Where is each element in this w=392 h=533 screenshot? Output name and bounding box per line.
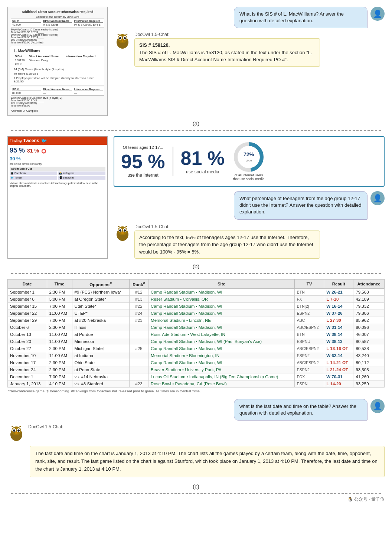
table-cell: L 14-20: [324, 380, 353, 387]
table-cell: 2:30 PM: [47, 366, 72, 373]
table-cell: L 14-21 OT: [324, 359, 353, 366]
col-rank: Rank#: [129, 279, 148, 289]
doc-subtitle: Complete and Return by June 23rd: [11, 15, 104, 19]
label-b: (b): [0, 261, 392, 273]
table-cell: October 13: [8, 331, 47, 338]
bot-bubble-a: SIS # 158120. The SIS # of L. MacWilliam…: [134, 38, 320, 67]
bot-response-b: DocOwl 1.5-Chat: According to the text, …: [114, 224, 385, 259]
circle-desc: of all Internet users that use social me…: [232, 173, 265, 181]
pct-label-2: use social media: [181, 169, 225, 174]
po-label: PO #: [14, 62, 65, 66]
table-cell: [129, 352, 148, 359]
table-row: November 1011:00 AMat IndianaMemorial St…: [8, 352, 385, 359]
circle-chart: 72% circle: [234, 142, 264, 172]
table-cell: 79,568: [353, 288, 385, 295]
table-cell: 7:00 PM: [47, 373, 72, 380]
table-cell: ESPN2: [294, 352, 324, 359]
user-bubble-b: What percentage of teenagers from the ag…: [234, 191, 368, 220]
tweens-sidebar: Social Media Use: [10, 167, 105, 171]
table-cell: ESPN: [294, 380, 324, 387]
table-row: September 157:00 PMUtah State*#22Camp Ra…: [8, 303, 385, 310]
chat-area-a: What is the SIS # of L. MacWilliams? Ans…: [114, 7, 385, 116]
table-cell: ESPN2: [294, 366, 324, 373]
table-cell: November 24: [8, 366, 47, 373]
sis-label: SIS #: [15, 55, 22, 58]
table-row: October 272:30 PMMichigan State†#25Camp …: [8, 345, 385, 352]
document-image-a: Additional Direct Account Information Re…: [7, 7, 108, 116]
table-cell: Camp Randall Stadium • Madison, WI (Paul…: [148, 338, 295, 345]
table-cell: FOX: [294, 373, 324, 380]
svg-point-15: [119, 229, 121, 232]
col-opponent: Opponent#: [72, 279, 129, 289]
table-cell: 41,260: [353, 373, 385, 380]
doc-row-1: SIS # 40,000 Direct Account Name A & S C…: [11, 19, 104, 27]
table-cell: September 29: [8, 317, 47, 324]
svg-point-22: [13, 429, 15, 432]
table-cell: 11:00 AM: [47, 338, 72, 345]
table-cell: Camp Randall Stadium • Madison, WI: [148, 303, 295, 310]
table-cell: 79,806: [353, 310, 385, 317]
table-cell: L 7-10: [324, 295, 353, 303]
table-cell: 93,505: [353, 366, 385, 373]
svg-point-23: [17, 429, 20, 432]
doc-details-2: SIS #88,000 Direct Account Name— Informa…: [11, 87, 104, 107]
tweens-header: Finding Tweens 🐦: [8, 137, 107, 145]
table-cell: Camp Randall Stadium • Madison, WI: [148, 310, 295, 317]
user-bubble-a: What is the SIS # of L. MacWilliams? Ans…: [234, 7, 368, 28]
doc-macwilliams-box: L. MacWilliams SIS # Direct Account Name…: [11, 47, 104, 85]
table-cell: vs. #8 Stanford: [72, 380, 129, 387]
table-cell: October 6: [8, 324, 47, 331]
doc-line2: To arrive 8/18/95 $: [14, 72, 101, 75]
col-tv: TV: [294, 279, 324, 289]
table-cell: 85,962: [353, 317, 385, 324]
table-cell: [129, 373, 148, 380]
table-cell: at #20 Nebraska: [72, 317, 129, 324]
table-cell: 46,007: [353, 331, 385, 338]
tweens-items: 📱 Facebook 📸 Instagram 🐦 Twitter 📲 Snapc…: [10, 171, 105, 180]
table-cell: 93,259: [353, 380, 385, 387]
table-cell: December 1: [8, 373, 47, 380]
table-cell: Camp Randall Stadium • Madison, WI: [148, 345, 295, 352]
table-cell: 11:00 AM: [47, 331, 72, 338]
user-message-c: what is the last date and time on the ta…: [7, 399, 385, 421]
table-cell: Ohio State: [72, 359, 129, 366]
user-avatar-b: 👤: [370, 191, 385, 205]
table-cell: W 16-14: [324, 303, 353, 310]
table-cell: #22: [129, 303, 148, 310]
tweens-stat-small: ⭕: [41, 149, 46, 154]
user-bubble-c: what is the last date and time on the ta…: [234, 399, 368, 421]
svg-text:circle: circle: [246, 159, 252, 162]
table-cell: September 8: [8, 295, 47, 303]
label-c: (c): [0, 481, 392, 493]
table-cell: 80,096: [353, 324, 385, 331]
table-cell: 2:30 PM: [47, 345, 72, 352]
svg-point-16: [124, 229, 126, 232]
doc-details-1: 30 (6M) Cases (10 Cases each (4 styles) …: [11, 28, 104, 44]
table-row: September 12:30 PM#9 (FCS) Northern Iowa…: [8, 288, 385, 295]
table-cell: Lucas Oil Stadium • Indianapolis, IN (Bi…: [148, 373, 295, 380]
col-time: Time: [47, 279, 72, 289]
table-cell: W 38-14: [324, 331, 353, 338]
label-a: (a): [0, 118, 392, 130]
table-cell: ABC: [294, 317, 324, 324]
table-cell: 80,112: [353, 359, 385, 366]
account-label: Direct Account Name: [29, 55, 59, 58]
table-cell: ABC/ESPN2: [294, 324, 324, 331]
table-cell: Michigan State†: [72, 345, 129, 352]
svg-point-17: [121, 232, 124, 234]
owl-avatar-c: [7, 424, 25, 442]
table-cell: 80,538: [353, 345, 385, 352]
table-cell: ABC/ESPN2: [294, 345, 324, 352]
table-cell: vs. #14 Nebraska: [72, 373, 129, 380]
table-cell: Camp Randall Stadium • Madison, WI: [148, 288, 295, 295]
table-cell: November 17: [8, 359, 47, 366]
tweens-body: 95 % 81 % ⭕ 30 % are online almost const…: [8, 145, 107, 258]
table-cell: BTN: [294, 331, 324, 338]
table-cell: #13: [129, 295, 148, 303]
owl-avatar-b: [114, 224, 131, 242]
svg-point-6: [121, 39, 124, 42]
table-cell: at Oregon State*: [72, 295, 129, 303]
doc-title: Additional Direct Account Information Re…: [11, 10, 104, 14]
table-row: October 62:30 PMIllinoisCamp Randall Sta…: [8, 324, 385, 331]
table-cell: 2:30 PM: [47, 359, 72, 366]
